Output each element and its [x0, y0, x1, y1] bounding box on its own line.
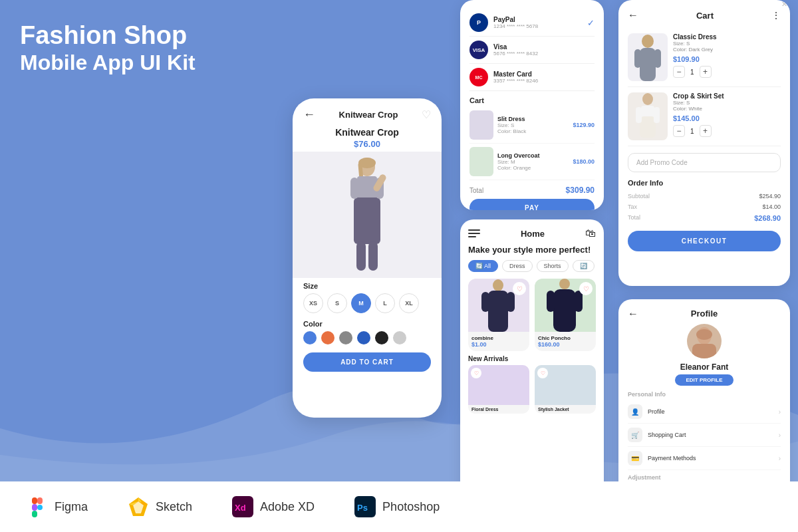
promo-code-input[interactable]: Add Promo Code: [628, 153, 781, 172]
product-info-1: combine $1.00: [468, 332, 529, 351]
classic-dress-price: $109.90: [673, 55, 781, 63]
heart-1[interactable]: ♡: [513, 282, 526, 295]
profile-title: Profile: [691, 309, 718, 319]
payment-panel: P PayPal 1234 **** **** 5678 ✓ VISA Visa…: [460, 0, 604, 210]
product-price-1: $1.00: [471, 341, 526, 348]
crop-skirt-size: Size: S: [673, 100, 781, 106]
overcoat-name: Long Overcoat: [497, 152, 569, 159]
crop-skirt-thumb: [628, 92, 668, 140]
svg-rect-12: [634, 49, 641, 68]
filter-more[interactable]: 🔄: [573, 260, 595, 272]
filter-dress[interactable]: Dress: [502, 260, 533, 272]
total-row: Total $309.90: [469, 180, 595, 199]
remove-crop-skirt[interactable]: ✕: [781, 0, 787, 9]
visa-method[interactable]: VISA Visa 5676 **** **** 8432: [469, 37, 595, 64]
svg-rect-20: [488, 291, 508, 332]
svg-rect-22: [507, 292, 515, 312]
wishlist-button[interactable]: ♡: [422, 108, 431, 121]
product-price: $76.00: [293, 139, 442, 149]
product-image: [293, 152, 442, 278]
profile-back-button[interactable]: ←: [628, 308, 638, 320]
color-dark-blue[interactable]: [357, 331, 370, 344]
color-orange[interactable]: [321, 331, 334, 344]
cart-back-button[interactable]: ←: [628, 9, 638, 21]
profile-menu-label: Profile: [648, 408, 779, 415]
heart-2[interactable]: ♡: [579, 282, 593, 295]
hamburger-menu[interactable]: [468, 229, 480, 237]
qty-decrease-2[interactable]: −: [673, 125, 685, 137]
detail-screen-title: Knitwear Crop: [339, 110, 398, 120]
color-black[interactable]: [375, 331, 388, 344]
jacket-heart[interactable]: ♡: [537, 368, 548, 378]
figma-tool: Figma: [27, 496, 88, 517]
figma-label: Figma: [55, 500, 88, 514]
qty-increase-1[interactable]: +: [700, 66, 712, 78]
mastercard-info: Master Card 3357 **** **** 8246: [493, 70, 595, 84]
svg-rect-11: [640, 48, 656, 81]
profile-menu-cart[interactable]: 🛒 Shopping Cart ›: [628, 424, 781, 447]
filter-all[interactable]: 🔄 All: [468, 260, 498, 272]
cart-item-classic-dress: Classic Dress Size: S Color: Dark Grey $…: [628, 28, 781, 87]
size-options: XS S M L XL: [293, 292, 442, 316]
home-header: Home 🛍: [468, 227, 596, 239]
cart-item-2: Long Overcoat Size: M Color: Orange $180…: [469, 144, 595, 180]
paypal-logo: P: [469, 13, 488, 32]
sketch-label: Sketch: [156, 500, 192, 514]
svg-rect-15: [641, 106, 654, 118]
mastercard-method[interactable]: MC Master Card 3357 **** **** 8246: [469, 64, 595, 91]
new-arrival-jacket[interactable]: ♡ Stylish Jacket: [535, 365, 596, 414]
product-img-1: ♡: [468, 279, 529, 332]
adobe-xd-icon: Xd: [232, 496, 253, 517]
profile-header: ← Profile: [628, 309, 781, 319]
shopping-bag-icon[interactable]: 🛍: [585, 227, 596, 239]
photoshop-label: Photoshop: [382, 500, 440, 514]
product-card-1[interactable]: ♡ combine $1.00: [468, 279, 529, 351]
personal-info-label: Personal Info: [628, 391, 781, 398]
qty-increase-2[interactable]: +: [700, 125, 712, 137]
size-s[interactable]: S: [327, 293, 347, 313]
new-arrival-floral[interactable]: ♡ Floral Dress: [468, 365, 529, 414]
classic-dress-info: Classic Dress Size: S Color: Dark Grey $…: [673, 33, 781, 81]
tax-label: Tax: [628, 203, 637, 210]
shopping-cart-icon: 🛒: [628, 428, 642, 442]
pay-button[interactable]: PAY: [469, 199, 595, 210]
profile-menu-payment[interactable]: 💳 Payment Methods ›: [628, 447, 781, 470]
subtotal-value: $254.90: [759, 193, 781, 200]
checkout-button[interactable]: CHECKOUT: [628, 231, 781, 251]
svg-point-14: [642, 93, 653, 105]
crop-skirt-price: $145.00: [673, 114, 781, 122]
size-m[interactable]: M: [351, 293, 371, 313]
slit-dress-price: $129.90: [573, 122, 595, 128]
add-to-cart-button[interactable]: ADD TO CART: [303, 352, 431, 372]
qty-decrease-1[interactable]: −: [673, 66, 685, 78]
filter-shorts[interactable]: Shorts: [537, 260, 569, 272]
new-arrivals-row: ♡ Floral Dress ♡ Stylish Jacket: [468, 365, 596, 414]
stylish-jacket-img: ♡: [535, 365, 596, 405]
product-price-2: $160.00: [538, 341, 593, 348]
classic-dress-thumb: [628, 33, 668, 81]
product-card-2[interactable]: ♡ Chic Poncho $160.00: [535, 279, 596, 351]
crop-skirt-color: Color: White: [673, 106, 781, 112]
paypal-name: PayPal: [493, 16, 587, 23]
floral-heart[interactable]: ♡: [471, 368, 481, 378]
visa-name: Visa: [493, 43, 595, 51]
size-l[interactable]: L: [375, 293, 395, 313]
cart-item-1: Slit Dress Size: S Color: Black $129.90: [469, 107, 595, 144]
size-xl[interactable]: XL: [399, 293, 419, 313]
profile-menu-profile[interactable]: 👤 Profile ›: [628, 400, 781, 424]
svg-rect-4: [354, 198, 380, 244]
classic-dress-color: Color: Dark Grey: [673, 47, 781, 53]
edit-profile-button[interactable]: EDIT PROFILE: [675, 374, 733, 386]
payment-methods-label: Payment Methods: [648, 455, 779, 462]
tools-bar: Figma Sketch Xd Adobe XD P: [0, 481, 798, 532]
color-grey[interactable]: [339, 331, 352, 344]
back-button[interactable]: ←: [303, 108, 315, 122]
subtotal-row: Subtotal $254.90: [628, 191, 781, 201]
app-subtitle: Mobile App UI Kit: [20, 51, 259, 75]
cart-options-button[interactable]: ⋮: [771, 10, 781, 21]
color-light-grey[interactable]: [393, 331, 406, 344]
color-blue[interactable]: [303, 331, 317, 344]
profile-avatar-section: Eleanor Fant EDIT PROFILE: [628, 324, 781, 386]
paypal-method[interactable]: P PayPal 1234 **** **** 5678 ✓: [469, 9, 595, 37]
size-xs[interactable]: XS: [303, 293, 323, 313]
